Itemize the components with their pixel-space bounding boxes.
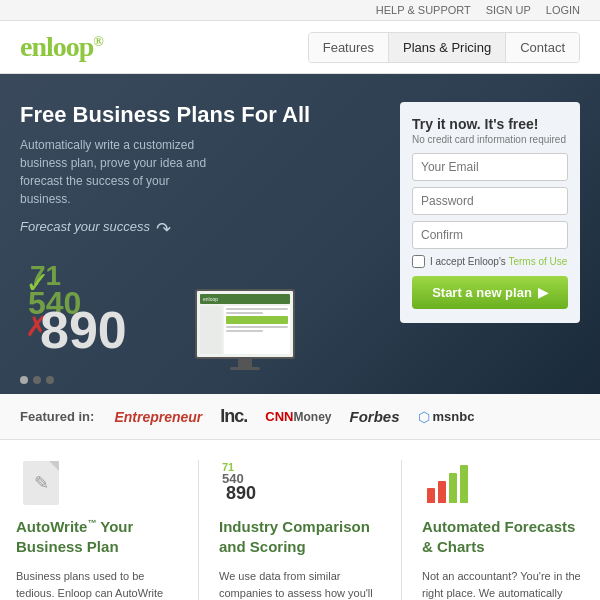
chart-bar-4 — [460, 465, 468, 503]
forecast-label: Forecast your success — [20, 219, 150, 234]
score-display: 71 ✓ 540 ✗ 890 — [20, 260, 180, 370]
logo[interactable]: enloop® — [20, 31, 103, 63]
mini-score-890: 890 — [226, 483, 256, 504]
msnbc-icon: ⬡ — [418, 409, 430, 425]
signup-form: Try it now. It's free! No credit card in… — [400, 102, 580, 323]
terms-checkbox[interactable] — [412, 255, 425, 268]
industry-title: Industry Comparison and Scoring — [219, 517, 381, 556]
feature-industry: 71 540 890 Industry Comparison and Scori… — [219, 460, 381, 600]
forecasts-title: Automated Forecasts & Charts — [422, 517, 584, 556]
feature-forecasts: Automated Forecasts & Charts Not an acco… — [422, 460, 584, 600]
hero-subtext: Automatically write a customized busines… — [20, 136, 220, 208]
play-icon: ▶ — [538, 285, 548, 300]
password-input[interactable] — [412, 187, 568, 215]
brand-logos: Entrepreneur Inc. CNN Money Forbes ⬡ msn… — [114, 406, 580, 427]
pen-icon: ✎ — [34, 472, 49, 494]
top-bar: HELP & SUPPORT SIGN UP LOGIN — [0, 0, 600, 21]
sign-up-link[interactable]: SIGN UP — [486, 4, 531, 16]
industry-icon-area: 71 540 890 — [219, 460, 269, 505]
monitor-image: enloop — [190, 289, 300, 370]
help-support-link[interactable]: HELP & SUPPORT — [376, 4, 471, 16]
monitor-base — [230, 367, 260, 370]
carousel-dots — [20, 376, 54, 384]
monitor-body: enloop — [195, 289, 295, 359]
monitor-topbar: enloop — [200, 294, 290, 304]
header: enloop® Features Plans & Pricing Contact — [0, 21, 600, 74]
forecasts-desc: Not an accountant? You're in the right p… — [422, 568, 584, 600]
terms-link[interactable]: Terms of Use — [508, 256, 567, 267]
nav-plans-pricing[interactable]: Plans & Pricing — [389, 33, 506, 62]
start-plan-button[interactable]: Start a new plan ▶ — [412, 276, 568, 309]
divider-2 — [401, 460, 402, 600]
login-link[interactable]: LOGIN — [546, 4, 580, 16]
main-nav: Features Plans & Pricing Contact — [308, 32, 580, 63]
paper-icon: ✎ — [23, 461, 59, 505]
brand-msnbc: ⬡ msnbc — [418, 409, 475, 425]
monitor-stand — [238, 359, 252, 367]
autowrite-icon-area: ✎ — [16, 460, 66, 505]
monitor-screen: enloop — [197, 291, 293, 357]
msnbc-text: msnbc — [433, 409, 475, 424]
email-input[interactable] — [412, 153, 568, 181]
forecast-arrow-icon: ↷ — [156, 218, 171, 240]
dot-1[interactable] — [20, 376, 28, 384]
chart-icon — [427, 463, 468, 503]
signup-title: Try it now. It's free! — [412, 116, 568, 132]
industry-desc: We use data from similar companies to as… — [219, 568, 381, 600]
featured-label: Featured in: — [20, 409, 94, 424]
chart-bar-1 — [427, 488, 435, 503]
brand-cnn: CNN Money — [265, 409, 331, 424]
hero-content: Free Business Plans For All Automaticall… — [20, 102, 380, 370]
brand-inc: Inc. — [220, 406, 247, 427]
features-section: ✎ AutoWrite™ Your Business Plan Business… — [0, 440, 600, 600]
monitor-sidebar — [200, 306, 222, 354]
brand-forbes: Forbes — [350, 408, 400, 425]
terms-row: I accept Enloop's Terms of Use — [412, 255, 568, 268]
score-890: 890 — [40, 300, 127, 360]
chart-bar-3 — [449, 473, 457, 503]
divider-1 — [198, 460, 199, 600]
dot-2[interactable] — [33, 376, 41, 384]
monitor-content — [200, 306, 290, 354]
brand-entrepreneur: Entrepreneur — [114, 409, 202, 425]
no-cc-label: No credit card information required — [412, 134, 568, 145]
cnn-text: CNN — [265, 409, 293, 424]
monitor-line-1 — [226, 308, 288, 310]
feature-autowrite: ✎ AutoWrite™ Your Business Plan Business… — [16, 460, 178, 600]
start-plan-label: Start a new plan — [432, 285, 532, 300]
autowrite-desc: Business plans used to be tedious. Enloo… — [16, 568, 178, 600]
monitor-main — [224, 306, 290, 354]
monitor-green-bar — [226, 316, 288, 324]
monitor-line-4 — [226, 330, 263, 332]
monitor-line-2 — [226, 312, 263, 314]
nav-contact[interactable]: Contact — [506, 33, 579, 62]
chart-bar-2 — [438, 481, 446, 503]
dot-3[interactable] — [46, 376, 54, 384]
confirm-input[interactable] — [412, 221, 568, 249]
forecasts-icon-area — [422, 460, 472, 505]
logo-text: enloop® — [20, 31, 103, 62]
hero-section: Free Business Plans For All Automaticall… — [0, 74, 600, 394]
featured-section: Featured in: Entrepreneur Inc. CNN Money… — [0, 394, 600, 440]
score-icon: 71 540 890 — [222, 461, 266, 505]
money-text: Money — [294, 410, 332, 424]
hero-headline: Free Business Plans For All — [20, 102, 380, 128]
terms-text: I accept Enloop's Terms of Use — [430, 256, 567, 267]
monitor-logo: enloop — [203, 296, 218, 302]
monitor-line-3 — [226, 326, 288, 328]
nav-features[interactable]: Features — [309, 33, 389, 62]
autowrite-title: AutoWrite™ Your Business Plan — [16, 517, 178, 556]
